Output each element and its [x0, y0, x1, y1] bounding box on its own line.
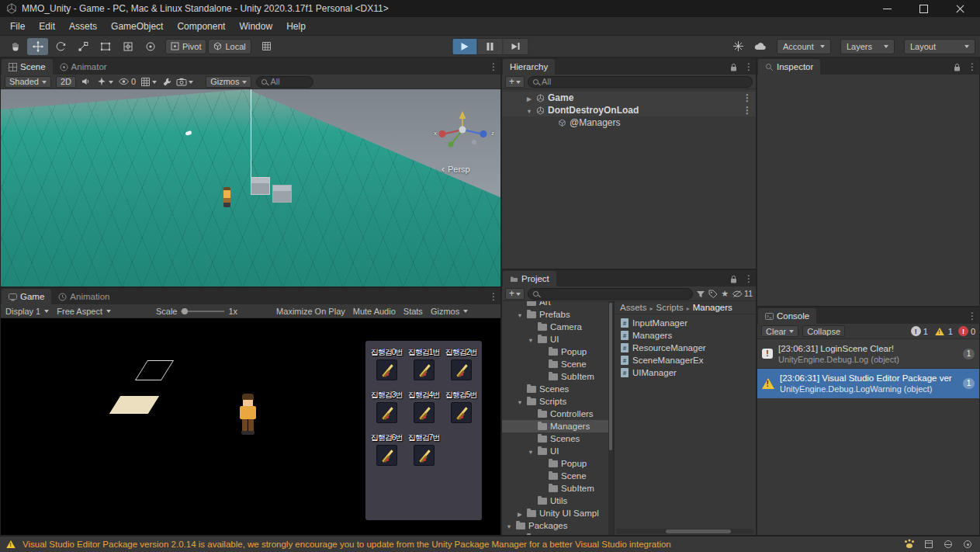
kebab-menu-icon[interactable] [968, 311, 975, 321]
menu-file[interactable]: File [3, 17, 32, 35]
play-button[interactable] [452, 38, 477, 55]
hidden-packages-toggle[interactable]: 11 [732, 289, 753, 298]
gizmo-x-axis-label[interactable]: x [434, 130, 437, 137]
tab-game[interactable]: Game [2, 289, 51, 304]
inventory-item[interactable]: 집행검0번 [368, 348, 405, 389]
scene-viewport[interactable]: x z Persp [1, 89, 500, 286]
move-tool-icon[interactable] [27, 38, 48, 55]
hierarchy-scene-game[interactable]: Game [502, 92, 756, 104]
rect-tool-icon[interactable] [95, 38, 116, 55]
foldout-open-icon[interactable] [516, 310, 524, 319]
foldout-closed-icon[interactable] [516, 509, 524, 518]
inventory-item[interactable]: 집행검5번 [442, 391, 480, 432]
display-dropdown[interactable]: Display 1 [5, 307, 49, 316]
folder-row-prefabs[interactable]: Prefabs [502, 308, 613, 321]
asset-row[interactable]: ResourceManager [615, 342, 756, 354]
menu-edit[interactable]: Edit [32, 17, 62, 35]
kebab-menu-icon[interactable] [743, 105, 750, 116]
foldout-open-icon[interactable] [525, 105, 533, 116]
scrollbar-thumb[interactable] [666, 529, 731, 533]
create-button[interactable] [505, 288, 525, 300]
project-files-hscrollbar[interactable] [616, 529, 754, 534]
tab-animation[interactable]: Animation [51, 289, 116, 304]
scene-search-input[interactable] [270, 77, 308, 86]
breadcrumb-scripts[interactable]: Scripts [656, 303, 684, 312]
breadcrumb-managers[interactable]: Managers [693, 303, 732, 312]
perspective-toggle[interactable]: Persp [442, 164, 470, 175]
stats-toggle[interactable]: Stats [403, 307, 423, 316]
hierarchy-search-field[interactable] [528, 76, 753, 88]
status-message[interactable]: Visual Studio Editor Package version 2.0… [23, 540, 671, 549]
scene-search-field[interactable] [256, 76, 313, 88]
folder-row-managers[interactable]: Managers [502, 420, 613, 432]
hierarchy-search-input[interactable] [542, 77, 747, 86]
aspect-ratio-dropdown[interactable]: Free Aspect [57, 307, 111, 316]
menu-help[interactable]: Help [279, 17, 313, 35]
tab-animator[interactable]: Animator [53, 59, 114, 75]
folder-row-scenes[interactable]: Scenes [502, 383, 613, 395]
scene-cube-selected[interactable] [251, 177, 270, 195]
tab-inspector[interactable]: Inspector [758, 59, 820, 75]
folder-row-scenes2[interactable]: Scenes [502, 432, 613, 445]
kebab-menu-icon[interactable] [744, 273, 752, 284]
inventory-item[interactable]: 집행검2번 [442, 348, 480, 389]
inventory-item[interactable]: 집행검4번 [405, 391, 442, 432]
create-button[interactable] [505, 76, 525, 88]
inventory-item[interactable]: 집행검1번 [405, 348, 442, 389]
scene-cube[interactable] [272, 185, 292, 203]
scene-orientation-gizmo[interactable]: x z [432, 108, 494, 156]
console-entry-warning-selected[interactable]: [23:06:31] Visual Studio Editor Package … [757, 369, 979, 398]
grid-snap-icon[interactable] [256, 38, 277, 55]
camera-settings-dropdown[interactable] [176, 78, 193, 86]
menu-window[interactable]: Window [232, 17, 279, 35]
layout-dropdown[interactable]: Layout [904, 39, 975, 54]
asset-row[interactable]: Managers [615, 329, 756, 342]
audio-toggle-icon[interactable] [81, 76, 92, 87]
scene-visibility-toggle[interactable]: 0 [118, 77, 136, 86]
folder-row-ui2[interactable]: UI [502, 445, 613, 457]
folder-row-controllers[interactable]: Controllers [502, 408, 613, 420]
tab-hierarchy[interactable]: Hierarchy [503, 59, 555, 75]
lock-icon[interactable] [954, 63, 961, 71]
2d-toggle[interactable]: 2D [56, 76, 76, 88]
tab-console[interactable]: Console [758, 308, 816, 324]
inventory-item[interactable]: 집행검3번 [368, 391, 405, 432]
hierarchy-gameobject-managers[interactable]: @Managers [502, 116, 756, 129]
info-filter-toggle[interactable]: 1 [911, 326, 928, 336]
maximize-on-play-toggle[interactable]: Maximize On Play [276, 307, 345, 316]
scale-tool-icon[interactable] [72, 38, 93, 55]
scene-gizmos-dropdown[interactable]: Gizmos [206, 76, 251, 88]
lock-icon[interactable] [730, 275, 737, 283]
rotate-tool-icon[interactable] [50, 38, 71, 55]
asset-row[interactable]: InputManager [615, 317, 756, 329]
error-filter-toggle[interactable]: 0 [958, 326, 975, 336]
folder-row-scene2[interactable]: Scene [502, 470, 613, 482]
menu-gameobject[interactable]: GameObject [104, 17, 170, 35]
pause-button[interactable] [477, 38, 503, 55]
folder-row-scene[interactable]: Scene [502, 358, 613, 370]
scrollbar-thumb[interactable] [609, 303, 612, 450]
folder-row-packages[interactable]: Packages [502, 519, 613, 532]
scene-player-character[interactable] [223, 187, 230, 207]
background-tasks-icon[interactable] [732, 40, 744, 52]
folder-row-subitem2[interactable]: SubItem [502, 482, 613, 495]
lock-icon[interactable] [730, 63, 737, 71]
tool-settings-icon[interactable] [161, 77, 171, 87]
cloud-services-icon[interactable] [753, 41, 767, 51]
minimize-button[interactable] [883, 5, 892, 13]
kebab-menu-icon[interactable] [968, 61, 975, 72]
hand-tool-icon[interactable] [5, 38, 26, 55]
menu-assets[interactable]: Assets [62, 17, 104, 35]
activity-icon[interactable] [905, 540, 914, 549]
inventory-item[interactable]: 집행검6번 [368, 433, 405, 474]
folder-row-scripts[interactable]: Scripts [502, 395, 613, 408]
draw-mode-dropdown[interactable]: Shaded [5, 76, 51, 88]
breadcrumb-assets[interactable]: Assets [620, 303, 647, 312]
local-toggle-button[interactable]: Local [208, 39, 251, 54]
folder-row-2d-sprite[interactable]: 2D Sprite [502, 532, 613, 535]
mute-audio-toggle[interactable]: Mute Audio [353, 307, 396, 316]
folder-row-utils[interactable]: Utils [502, 495, 613, 507]
game-viewport[interactable]: 집행검0번 집행검1번 집행검2번 집행검3번 집행검4번 집행검5번 집행검6… [1, 318, 500, 535]
collapse-toggle[interactable]: Collapse [802, 325, 845, 337]
foldout-open-icon[interactable] [516, 397, 524, 406]
